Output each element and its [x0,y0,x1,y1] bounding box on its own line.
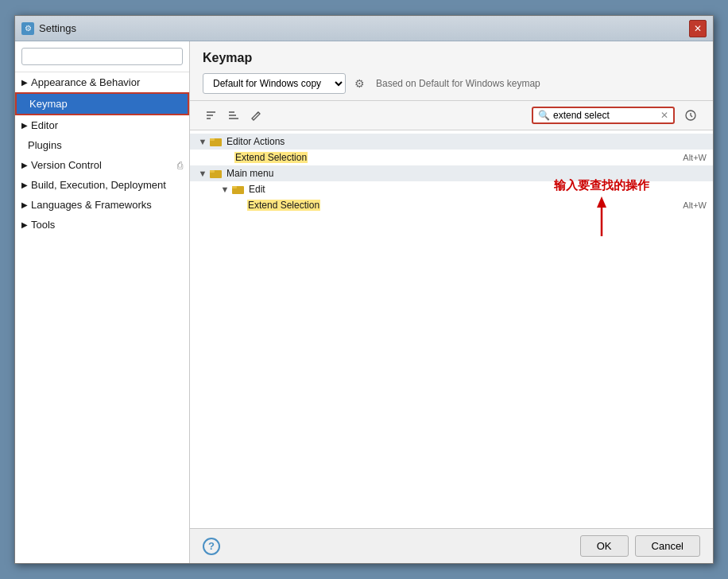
tree-item-extend-selection-1[interactable]: Extend Selection Alt+W [190,150,713,165]
sidebar-item-plugins[interactable]: Plugins [15,135,189,155]
expand-arrow-icon: ▶ [21,121,28,130]
dialog-buttons: OK Cancel [580,535,700,557]
search-history-button[interactable] [681,106,700,125]
sidebar-item-version-control[interactable]: ▶ Version Control ⎙ [15,155,189,175]
expand-arrow-icon: ▶ [21,78,28,87]
sidebar-item-label: Plugins [28,139,62,151]
main-header: Keymap Default for Windows copy ⚙ Based … [190,41,713,101]
highlight-span: Extend Selection [234,152,308,163]
sidebar-item-label: Appearance & Behavior [31,76,140,88]
sidebar-item-build[interactable]: ▶ Build, Execution, Deployment [15,175,189,195]
keymap-based-label: Based on Default for Windows keymap [376,78,540,89]
expand-arrow-icon: ▶ [21,220,28,229]
page-title: Keymap [203,51,700,65]
expand-icon: ▼ [196,137,209,146]
shortcut-label: Alt+W [683,200,707,210]
expand-arrow-icon: ▶ [21,161,28,169]
tree-item-extend-selection-2[interactable]: Extend Selection Alt+W [190,197,713,213]
expand-icon: ▼ [196,169,209,178]
sidebar-item-label: Tools [31,219,55,231]
svg-rect-11 [210,138,215,141]
sidebar-item-appearance[interactable]: ▶ Appearance & Behavior [15,72,189,92]
sidebar-item-tools[interactable]: ▶ Tools [15,215,189,235]
edit-button[interactable] [247,106,266,125]
keymap-search-input[interactable] [553,110,660,121]
sidebar-item-languages[interactable]: ▶ Languages & Frameworks [15,195,189,215]
svg-rect-15 [232,186,237,188]
keymap-search-box: 🔍 ✕ [532,107,675,124]
tree-group-main-menu[interactable]: ▼ Main menu [190,165,713,181]
sidebar-item-label: Editor [31,119,58,131]
sidebar-item-label: Version Control [31,159,102,171]
item-label: Extend Selection [234,152,683,163]
sidebar-item-label: Keymap [29,98,68,110]
vcs-icon: ⎙ [177,160,183,171]
app-icon: ⚙ [21,22,34,35]
bottom-bar: ? OK Cancel [190,528,713,563]
keymap-gear-button[interactable]: ⚙ [350,75,368,92]
svg-rect-13 [210,170,215,173]
item-label: Extend Selection [247,200,683,211]
highlight-span: Extend Selection [247,200,320,211]
group-label: Editor Actions [227,136,707,147]
sidebar-item-label: Languages & Frameworks [31,199,152,211]
search-clear-button[interactable]: ✕ [660,110,668,121]
keymap-bar: Default for Windows copy ⚙ Based on Defa… [203,73,700,94]
sidebar-search-input[interactable] [21,48,183,65]
toolbar: 🔍 ✕ [190,101,713,130]
title-bar: ⚙ Settings ✕ [15,16,713,41]
folder-icon [209,168,223,179]
group-label: Main menu [227,168,707,179]
tree-subgroup-edit[interactable]: ▼ Edit [190,181,713,197]
svg-line-6 [257,112,258,114]
main-content: Keymap Default for Windows copy ⚙ Based … [190,41,713,563]
close-button[interactable]: ✕ [689,20,707,37]
ok-button[interactable]: OK [580,535,629,557]
sidebar: ▶ Appearance & Behavior Keymap ▶ Editor … [15,41,190,563]
expand-arrow-icon: ▶ [21,200,28,209]
shortcut-label: Alt+W [683,153,707,162]
sidebar-item-keymap[interactable]: Keymap [15,92,189,115]
expand-icon: ▼ [219,185,231,194]
window-body: ▶ Appearance & Behavior Keymap ▶ Editor … [15,41,713,563]
sort-az-button[interactable] [203,106,222,125]
expand-arrow-icon: ▶ [21,181,28,189]
help-button[interactable]: ? [203,538,220,555]
search-icon: 🔍 [538,110,550,121]
tree-group-editor-actions[interactable]: ▼ Editor Actions [190,134,713,150]
sidebar-item-label: Build, Execution, Deployment [31,179,166,191]
sidebar-search-container [15,41,189,72]
sidebar-item-editor[interactable]: ▶ Editor [15,115,189,135]
folder-icon [231,184,246,195]
folder-icon [209,136,223,147]
keymap-tree: ▼ Editor Actions Extend Selection [190,130,713,528]
window-title: Settings [39,22,689,34]
sort-button[interactable] [225,106,244,125]
subgroup-label: Edit [249,184,707,195]
settings-window: ⚙ Settings ✕ ▶ Appearance & Behavior Key… [14,15,714,564]
cancel-button[interactable]: Cancel [635,535,700,557]
keymap-select[interactable]: Default for Windows copy [203,73,346,94]
